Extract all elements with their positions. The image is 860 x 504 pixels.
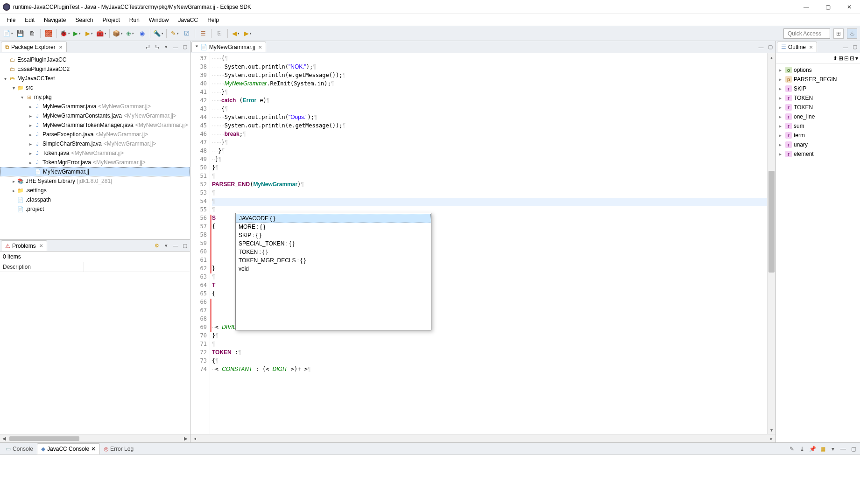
external-tools-button[interactable]: 🧰 xyxy=(96,28,106,39)
minimize-view-button[interactable]: — xyxy=(171,43,180,51)
outline-item[interactable]: unary xyxy=(794,141,808,148)
scroll-left-icon[interactable]: ◂ xyxy=(190,434,199,442)
console-menu-button[interactable]: ▾ xyxy=(828,444,838,454)
outline-filter2-button[interactable]: ⊟ xyxy=(844,55,849,62)
content-assist-item[interactable]: SKIP : { } xyxy=(236,231,431,239)
outline-menu-button[interactable]: ▾ xyxy=(855,55,858,62)
expand-icon[interactable]: ▸ xyxy=(27,104,34,109)
quick-access-field[interactable]: Quick Access xyxy=(783,28,830,39)
menu-project[interactable]: Project xyxy=(99,15,123,25)
close-icon[interactable]: ✕ xyxy=(258,45,262,50)
window-close-button[interactable]: ✕ xyxy=(839,0,860,14)
filter-problems-button[interactable]: ⚙ xyxy=(153,241,161,250)
toggle-breadcrumb-button[interactable]: ☰ xyxy=(198,28,208,39)
menu-edit[interactable]: Edit xyxy=(21,15,38,25)
open-type-button[interactable]: ◉ xyxy=(137,28,147,39)
maximize-editor-button[interactable]: ▢ xyxy=(766,43,775,51)
tree-item[interactable]: EssaiPluginJavaCC2 xyxy=(17,66,70,72)
save-all-button[interactable]: 🗎 xyxy=(27,28,37,39)
outline-tree[interactable]: ▸ooptions ▸pPARSER_BEGIN ▸rSKIP ▸rTOKEN … xyxy=(776,63,860,442)
window-minimize-button[interactable]: — xyxy=(796,0,817,14)
expand-icon[interactable]: ▸ xyxy=(779,67,783,73)
outline-filter1-button[interactable]: ⊞ xyxy=(839,55,843,62)
nav-forward-button[interactable]: ▶ xyxy=(243,28,253,39)
menu-file[interactable]: File xyxy=(3,15,19,25)
maximize-view-button[interactable]: ▢ xyxy=(181,241,189,250)
package-explorer-hscroll[interactable]: ◀ ▶ xyxy=(0,434,190,442)
expand-icon[interactable]: ▸ xyxy=(10,179,17,184)
tree-item[interactable]: MyNewGrammarConstants.java xyxy=(42,112,122,119)
menu-javacc[interactable]: JavaCC xyxy=(175,15,202,25)
minimize-view-button[interactable]: — xyxy=(839,444,848,454)
outline-sort-button[interactable]: ⬍ xyxy=(833,55,838,62)
error-log-tab[interactable]: ◎ Error Log xyxy=(100,444,137,454)
menu-window[interactable]: Window xyxy=(145,15,173,25)
new-class-button[interactable]: ⊕ xyxy=(125,28,135,39)
javacc-console-tab[interactable]: ◆ JavaCC Console ✕ xyxy=(37,443,100,455)
tree-item[interactable]: my.pkg xyxy=(34,94,52,100)
code-editor[interactable]: 3738394041424344454647484950515253545556… xyxy=(190,53,775,434)
tree-item[interactable]: SimpleCharStream.java xyxy=(42,140,102,147)
close-icon[interactable]: ✕ xyxy=(59,45,63,50)
task-button[interactable]: ☑ xyxy=(182,28,192,39)
run-button[interactable]: ▶ xyxy=(72,28,82,39)
view-menu-button[interactable]: ▾ xyxy=(162,43,170,51)
maximize-view-button[interactable]: ▢ xyxy=(181,43,189,51)
minimize-editor-button[interactable]: — xyxy=(757,43,765,51)
javacc-console-content[interactable] xyxy=(0,455,860,504)
debug-button[interactable]: 🐞 xyxy=(60,28,70,39)
collapse-icon[interactable]: ▾ xyxy=(2,76,8,81)
clear-console-button[interactable]: ✎ xyxy=(787,444,797,454)
content-assist-item[interactable]: void xyxy=(236,265,431,273)
scroll-lock-button[interactable]: ⤓ xyxy=(797,444,807,454)
display-selected-button[interactable]: ▦ xyxy=(818,444,827,454)
outline-filter3-button[interactable]: ⊡ xyxy=(850,55,854,62)
tree-item[interactable]: .project xyxy=(26,206,44,212)
close-icon[interactable]: ✕ xyxy=(39,243,43,248)
content-assist-item[interactable]: SPECIAL_TOKEN : { } xyxy=(236,239,431,248)
content-assist-popup[interactable]: JAVACODE { } MORE : { } SKIP : { } SPECI… xyxy=(235,213,431,330)
tree-item[interactable]: MyNewGrammar.java xyxy=(42,103,96,110)
maximize-view-button[interactable]: ▢ xyxy=(849,444,858,454)
scroll-right-icon[interactable]: ▶ xyxy=(182,434,190,442)
editor-hscroll[interactable]: ◂ ▸ xyxy=(190,434,775,442)
package-explorer-tree[interactable]: 🗀 EssaiPluginJavaCC 🗀 EssaiPluginJavaCC2… xyxy=(0,53,190,239)
nav-back-button[interactable]: ◀ xyxy=(231,28,241,39)
tree-item[interactable]: EssaiPluginJavaCC xyxy=(17,56,66,63)
pin-console-button[interactable]: 📌 xyxy=(808,444,817,454)
tree-item[interactable]: src xyxy=(26,84,33,91)
console-tab[interactable]: ▭ Console xyxy=(2,444,37,454)
code-area[interactable]: ······{¶········System.out.println("NOK.… xyxy=(210,53,767,434)
menu-navigate[interactable]: Navigate xyxy=(40,15,70,25)
maximize-view-button[interactable]: ▢ xyxy=(851,43,859,51)
close-icon[interactable]: ✕ xyxy=(91,446,96,452)
content-assist-item[interactable]: MORE : { } xyxy=(236,223,431,231)
new-button[interactable]: 📄 xyxy=(3,28,13,39)
open-perspective-button[interactable]: ⊞ xyxy=(833,28,844,39)
editor-tab[interactable]: 📄 MyNewGrammar.jj ✕ xyxy=(191,42,266,52)
collapse-icon[interactable]: ▾ xyxy=(10,85,17,91)
window-maximize-button[interactable]: ▢ xyxy=(817,0,839,14)
menu-run[interactable]: Run xyxy=(126,15,143,25)
menu-help[interactable]: Help xyxy=(204,15,223,25)
annotate-button[interactable]: ✎ xyxy=(169,28,180,39)
collapse-all-button[interactable]: ⇄ xyxy=(143,43,152,51)
minimize-view-button[interactable]: — xyxy=(171,241,180,250)
run-last-button[interactable]: ▶ xyxy=(84,28,94,39)
collapse-icon[interactable]: ▾ xyxy=(19,95,25,100)
content-assist-item[interactable]: JAVACODE { } xyxy=(236,214,431,223)
outline-item[interactable]: element xyxy=(794,151,814,157)
editor-vscroll[interactable]: ▴ ▾ xyxy=(767,53,775,434)
outline-item[interactable]: term xyxy=(794,132,805,139)
tree-item-selected[interactable]: MyNewGrammar.jj xyxy=(43,168,89,175)
content-assist-item[interactable]: TOKEN : { } xyxy=(236,248,431,256)
search-button[interactable]: 🔦 xyxy=(153,28,163,39)
pin-button[interactable]: ⎘ xyxy=(214,28,225,39)
outline-item[interactable]: one_line xyxy=(794,113,815,120)
save-button[interactable]: 💾 xyxy=(15,28,25,39)
tree-item[interactable]: ParseException.java xyxy=(42,131,93,138)
package-explorer-tab[interactable]: ⧉ Package Explorer ✕ xyxy=(1,42,67,52)
tree-item[interactable]: MyJavaCCTest xyxy=(17,75,55,82)
new-package-button[interactable]: 📦 xyxy=(113,28,123,39)
tree-item[interactable]: TokenMgrError.java xyxy=(42,159,91,166)
